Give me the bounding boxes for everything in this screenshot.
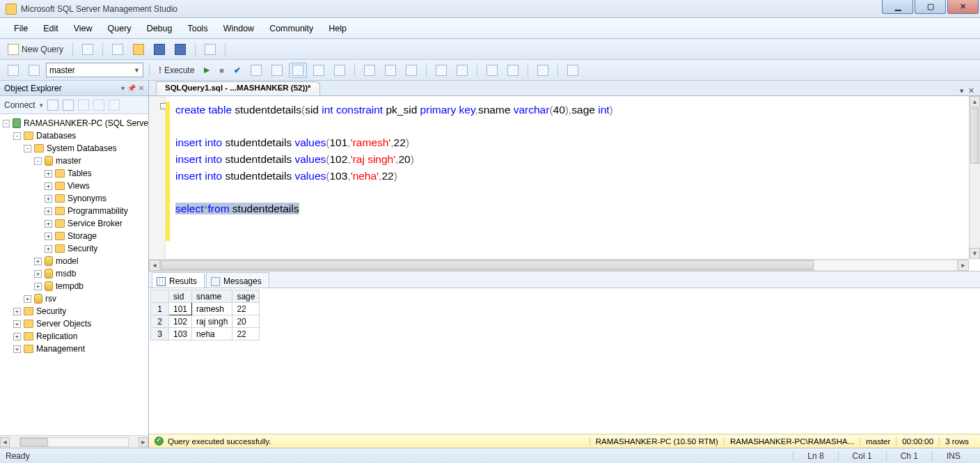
table-row[interactable]: 1 101 ramesh 22 — [151, 303, 260, 315]
toolbar-btn-9[interactable] — [453, 63, 471, 78]
connect-label[interactable]: Connect — [4, 100, 35, 110]
scroll-right-icon[interactable]: ► — [139, 437, 148, 447]
tree-synonyms[interactable]: Synonyms — [68, 194, 106, 203]
toolbar-btn-2[interactable] — [268, 63, 286, 78]
menu-file[interactable]: File — [7, 21, 35, 36]
scroll-thumb[interactable] — [970, 108, 979, 164]
close-button[interactable]: ✕ — [947, 0, 979, 14]
tree-management[interactable]: Management — [36, 344, 85, 354]
execute-button[interactable]: ! Execute — [155, 63, 198, 78]
menu-help[interactable]: Help — [322, 21, 354, 36]
debug-play-button[interactable]: ▶ — [200, 63, 213, 78]
expand-toggle[interactable]: + — [13, 345, 21, 353]
tab-dropdown-icon[interactable]: ▾ — [960, 86, 964, 95]
tree-tables[interactable]: Tables — [68, 168, 92, 178]
cell-sage[interactable]: 22 — [232, 303, 260, 315]
tree-master[interactable]: master — [56, 156, 81, 166]
scroll-left-icon[interactable]: ◄ — [0, 437, 10, 447]
connect-icon[interactable] — [47, 100, 58, 111]
toolbar-btn-13[interactable] — [564, 63, 582, 78]
expand-toggle[interactable]: + — [45, 195, 52, 203]
query-tab[interactable]: SQLQuery1.sql - ...MASHANKER (52))* — [156, 81, 320, 95]
editor-content[interactable]: create table studentdetails(sid int cons… — [175, 102, 613, 217]
cell-sname[interactable]: raj singh — [192, 315, 232, 328]
toolbar-btn-4[interactable] — [331, 63, 349, 78]
tree-service-broker[interactable]: Service Broker — [68, 219, 122, 228]
menu-debug[interactable]: Debug — [140, 21, 180, 36]
toolbar-btn-10[interactable] — [483, 63, 501, 78]
disconnect-icon[interactable] — [63, 100, 74, 111]
tree-system-databases[interactable]: System Databases — [47, 143, 117, 153]
expand-toggle[interactable]: + — [45, 207, 52, 215]
expand-toggle[interactable]: - — [3, 120, 10, 127]
results-grid[interactable]: sid sname sage 1 101 ramesh 22 2 102 raj… — [149, 288, 980, 434]
sql-editor[interactable]: - create table studentdetails(sid int co… — [149, 96, 980, 272]
menu-query[interactable]: Query — [101, 21, 139, 36]
dropdown-icon[interactable]: ▾ — [121, 84, 125, 92]
tree-security-db[interactable]: Security — [68, 244, 97, 253]
tree-tempdb[interactable]: tempdb — [56, 281, 84, 291]
expand-toggle[interactable]: + — [24, 295, 31, 303]
maximize-button[interactable]: ▢ — [915, 0, 946, 14]
tree-programmability[interactable]: Programmability — [68, 206, 128, 216]
toolbar-btn-12[interactable] — [534, 63, 552, 78]
scroll-up-icon[interactable]: ▲ — [970, 96, 980, 107]
editor-vscroll[interactable]: ▲ ▼ — [969, 96, 980, 259]
cell-sid[interactable]: 103 — [169, 328, 192, 340]
tree-msdb[interactable]: msdb — [56, 269, 76, 278]
col-sid[interactable]: sid — [169, 290, 192, 303]
toolbar-btn-11[interactable] — [504, 63, 522, 78]
minimize-button[interactable]: ▁ — [882, 0, 913, 14]
open-folder-button[interactable] — [129, 42, 148, 57]
expand-toggle[interactable]: + — [34, 258, 42, 265]
results-tab[interactable]: Results — [152, 272, 205, 288]
expand-toggle[interactable]: + — [13, 308, 21, 315]
menu-community[interactable]: Community — [262, 21, 320, 36]
table-row[interactable]: 3 103 neha 22 — [151, 328, 260, 340]
table-row[interactable]: 2 102 raj singh 20 — [151, 315, 260, 328]
toolbar-btn-6[interactable] — [381, 63, 400, 78]
menu-window[interactable]: Window — [216, 21, 261, 36]
toolbar-btn-1[interactable] — [247, 63, 265, 78]
expand-toggle[interactable]: + — [45, 170, 52, 178]
change-connection-button[interactable] — [4, 63, 22, 78]
cell-sid[interactable]: 101 — [169, 303, 192, 315]
tree-server-objects[interactable]: Server Objects — [36, 319, 91, 329]
cell-sage[interactable]: 22 — [232, 328, 260, 340]
tree-server[interactable]: RAMASHANKER-PC (SQL Serve — [24, 118, 148, 128]
tree-model[interactable]: model — [56, 256, 79, 266]
toolbar-btn-7[interactable] — [402, 63, 420, 78]
expand-toggle[interactable]: + — [34, 270, 42, 278]
tree-databases[interactable]: Databases — [36, 131, 76, 141]
scroll-left-icon[interactable]: ◄ — [149, 260, 160, 271]
new-query-button[interactable]: New Query — [4, 42, 67, 57]
expand-toggle[interactable]: - — [24, 145, 31, 152]
stop-button[interactable]: ■ — [216, 63, 228, 78]
cell-sage[interactable]: 20 — [232, 315, 260, 328]
open-file-button[interactable] — [79, 42, 97, 57]
tree-rsv[interactable]: rsv — [45, 294, 56, 304]
messages-tab[interactable]: Messages — [206, 272, 269, 288]
col-sage[interactable]: sage — [232, 290, 260, 303]
menu-edit[interactable]: Edit — [36, 21, 65, 36]
toolbar-btn-3[interactable] — [310, 63, 328, 78]
menu-view[interactable]: View — [67, 21, 100, 36]
parse-button[interactable]: ✔ — [230, 63, 244, 78]
tree-storage[interactable]: Storage — [68, 231, 97, 241]
database-combobox[interactable]: master ▼ — [46, 63, 143, 77]
expand-toggle[interactable]: - — [13, 132, 21, 140]
expand-toggle[interactable]: + — [13, 333, 21, 340]
col-sname[interactable]: sname — [192, 290, 232, 303]
results-to-grid-button[interactable] — [289, 63, 307, 78]
new-project-button[interactable] — [109, 42, 127, 57]
pin-icon[interactable]: 📌 — [127, 84, 136, 92]
save-all-button[interactable] — [171, 42, 189, 57]
tab-close-icon[interactable]: ✕ — [968, 86, 974, 95]
expand-toggle[interactable]: + — [45, 245, 52, 253]
toolbar-btn-5[interactable] — [361, 63, 379, 78]
scroll-thumb[interactable] — [161, 260, 814, 270]
scroll-right-icon[interactable]: ► — [958, 260, 969, 271]
object-explorer-tree[interactable]: -RAMASHANKER-PC (SQL Serve -Databases -S… — [0, 114, 148, 435]
object-explorer-hscroll[interactable]: ◄ ► — [0, 435, 148, 448]
scroll-down-icon[interactable]: ▼ — [970, 248, 980, 259]
